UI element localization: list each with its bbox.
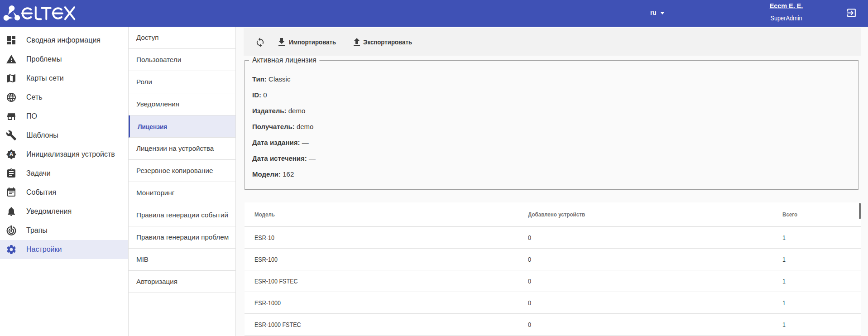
svg-text:A: A xyxy=(9,151,13,158)
